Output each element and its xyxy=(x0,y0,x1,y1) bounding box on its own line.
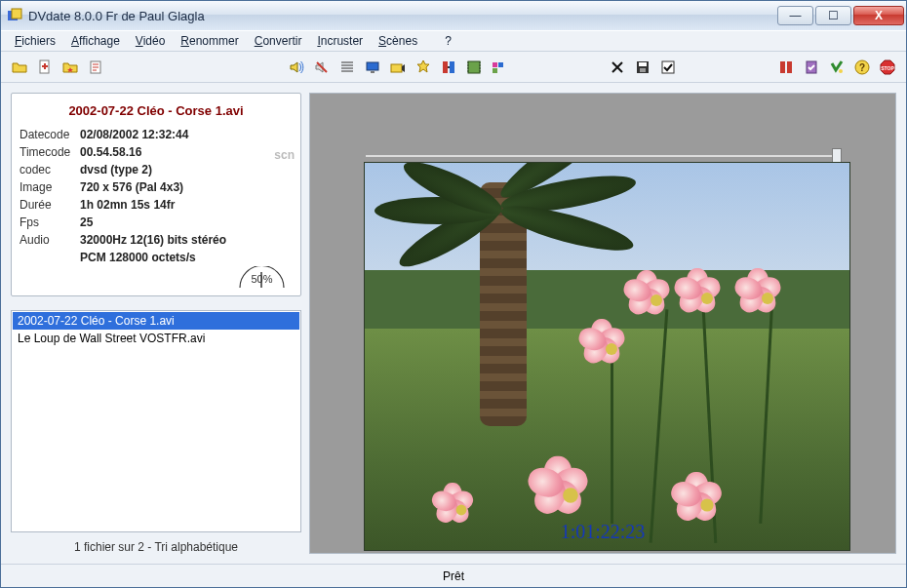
value-audio2: PCM 128000 octets/s xyxy=(80,251,293,264)
svg-point-20 xyxy=(839,69,843,73)
menu-convertir[interactable]: Convertir xyxy=(247,32,310,50)
label-duree: Durée xyxy=(20,198,80,212)
label-fps: Fps xyxy=(20,216,80,229)
svg-rect-7 xyxy=(443,61,448,73)
label-image: Image xyxy=(20,180,80,194)
maximize-button[interactable]: ☐ xyxy=(815,6,851,25)
preview-panel: 1:01:22:23 xyxy=(309,93,896,554)
label-audio: Audio xyxy=(20,233,80,247)
value-timecode: 00.54.58.16 xyxy=(80,145,293,159)
file-info-card: 2002-07-22 Cléo - Corse 1.avi scn Dateco… xyxy=(11,93,301,296)
convert-button[interactable] xyxy=(438,57,459,78)
svg-rect-17 xyxy=(780,61,785,73)
rate-meter: 50% xyxy=(235,266,289,288)
value-codec: dvsd (type 2) xyxy=(80,163,293,176)
svg-rect-15 xyxy=(640,68,646,72)
add-file-button[interactable] xyxy=(34,57,56,78)
svg-rect-6 xyxy=(391,64,402,72)
minimize-button[interactable]: — xyxy=(777,6,813,25)
menu-help[interactable]: ? xyxy=(437,32,459,50)
film-button[interactable] xyxy=(463,57,485,78)
menu-renommer[interactable]: Renommer xyxy=(173,32,246,50)
svg-rect-12 xyxy=(493,68,497,73)
menu-video[interactable]: Vidéo xyxy=(128,32,173,50)
svg-rect-8 xyxy=(450,61,454,73)
clipboard-check-button[interactable] xyxy=(801,57,822,78)
svg-rect-9 xyxy=(468,61,480,73)
svg-rect-16 xyxy=(662,61,674,73)
close-button[interactable]: X xyxy=(853,6,904,25)
sound-off-button[interactable] xyxy=(311,57,333,78)
list-item[interactable]: 2002-07-22 Cléo - Corse 1.avi xyxy=(13,312,299,330)
favorite-folder-button[interactable] xyxy=(59,57,81,78)
list-button[interactable] xyxy=(336,57,358,78)
menu-fichiers[interactable]: Fichiers xyxy=(7,32,63,50)
delete-button[interactable] xyxy=(607,57,628,78)
value-datecode: 02/08/2002 12:32:44 xyxy=(80,128,293,141)
apply-check-button[interactable] xyxy=(657,57,679,78)
app-icon xyxy=(7,8,22,23)
menu-bar: Fichiers Affichage Vidéo Renommer Conver… xyxy=(1,30,906,52)
menu-scenes[interactable]: Scènes xyxy=(371,32,425,50)
svg-rect-18 xyxy=(787,61,792,73)
status-bar: Prêt xyxy=(1,564,906,587)
value-audio1: 32000Hz 12(16) bits stéréo xyxy=(80,233,293,247)
label-timecode: Timecode xyxy=(20,145,80,159)
value-duree: 1h 02mn 15s 14fr xyxy=(80,198,293,212)
update-check-button[interactable] xyxy=(826,57,848,78)
value-image: 720 x 576 (Pal 4x3) xyxy=(80,180,293,194)
value-fps: 25 xyxy=(80,216,293,229)
list-item[interactable]: Le Loup de Wall Street VOSTFR.avi xyxy=(13,330,299,347)
scn-badge: scn xyxy=(274,148,295,162)
file-title: 2002-07-22 Cléo - Corse 1.avi xyxy=(20,99,293,128)
left-panel: 2002-07-22 Cléo - Corse 1.avi scn Dateco… xyxy=(11,93,301,554)
settings-button[interactable] xyxy=(775,57,797,78)
svg-rect-11 xyxy=(498,62,503,67)
save-button[interactable] xyxy=(632,57,653,78)
app-window: DVdate 8.0.0 Fr de Paul Glagla — ☐ X Fic… xyxy=(0,0,907,588)
star-action-button[interactable] xyxy=(413,57,434,78)
timestamp-display: 1:01:22:23 xyxy=(310,521,895,543)
svg-rect-4 xyxy=(367,62,378,70)
file-list[interactable]: 2002-07-22 Cléo - Corse 1.avi Le Loup de… xyxy=(11,310,301,532)
file-list-footer: 1 fichier sur 2 - Tri alphabétique xyxy=(11,532,301,554)
open-folder-button[interactable] xyxy=(9,57,30,78)
svg-text:?: ? xyxy=(859,62,865,73)
status-text: Prêt xyxy=(443,569,464,583)
sound-on-button[interactable] xyxy=(286,57,307,78)
svg-rect-10 xyxy=(493,62,497,67)
label-datecode: Datecode xyxy=(20,128,80,141)
label-codec: codec xyxy=(20,163,80,176)
window-title: DVdate 8.0.0 Fr de Paul Glagla xyxy=(28,9,771,23)
timeline-slider[interactable] xyxy=(366,152,837,160)
help-button[interactable]: ? xyxy=(851,57,873,78)
svg-text:STOP: STOP xyxy=(881,65,894,71)
scenes-button[interactable] xyxy=(489,57,510,78)
video-preview[interactable] xyxy=(364,162,850,551)
menu-incruster[interactable]: Incruster xyxy=(309,32,371,50)
report-button[interactable] xyxy=(85,57,106,78)
monitor-button[interactable] xyxy=(362,57,383,78)
content-area: 2002-07-22 Cléo - Corse 1.avi scn Dateco… xyxy=(1,83,906,564)
toolbar: ? STOP xyxy=(1,52,906,83)
svg-rect-5 xyxy=(371,71,375,73)
title-bar[interactable]: DVdate 8.0.0 Fr de Paul Glagla — ☐ X xyxy=(1,1,906,30)
svg-rect-1 xyxy=(12,9,21,19)
svg-rect-14 xyxy=(639,62,647,66)
capture-button[interactable] xyxy=(387,57,409,78)
stop-button[interactable]: STOP xyxy=(877,57,898,78)
menu-affichage[interactable]: Affichage xyxy=(63,32,128,50)
